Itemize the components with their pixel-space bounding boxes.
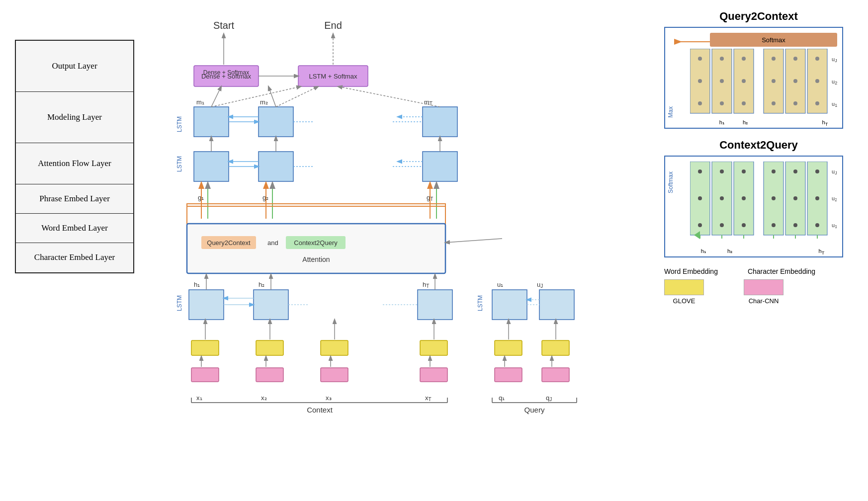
svg-line-28 <box>211 86 301 107</box>
svg-point-104 <box>772 79 776 83</box>
svg-point-97 <box>742 57 746 61</box>
end-label: End <box>324 20 342 31</box>
svg-point-101 <box>698 79 702 83</box>
xT-label: xT <box>425 394 432 402</box>
svg-rect-78 <box>542 340 569 355</box>
svg-point-136 <box>742 223 746 227</box>
query-label: Query <box>524 406 545 414</box>
x3-label: x₃ <box>326 394 332 402</box>
svg-text:Dense + Softmax: Dense + Softmax <box>201 73 252 80</box>
svg-rect-77 <box>495 340 522 355</box>
svg-point-112 <box>815 101 819 105</box>
svg-point-105 <box>793 79 797 83</box>
svg-text:u2: u2 <box>832 79 837 85</box>
svg-point-102 <box>720 79 724 83</box>
svg-rect-45 <box>254 290 288 320</box>
word-embed-title: Word Embedding <box>664 267 718 275</box>
svg-rect-44 <box>189 290 224 320</box>
legend: Word Embedding Character Embedding GLOVE… <box>664 267 853 305</box>
query-lstm-label: LSTM <box>477 295 484 311</box>
diagram-svg: Start End Dense + Softmax Dense + Softma… <box>144 10 582 492</box>
q2c-softmax: Softmax <box>710 33 837 47</box>
svg-rect-7 <box>259 107 293 137</box>
svg-rect-6 <box>194 107 229 137</box>
svg-line-26 <box>268 86 276 107</box>
phrase-embed-layer-label: Phrase Embed Layer <box>16 184 133 214</box>
svg-text:u1: u1 <box>832 101 837 108</box>
svg-line-43 <box>445 239 502 243</box>
svg-rect-60 <box>321 368 348 382</box>
glove-legend: GLOVE <box>664 279 704 305</box>
svg-rect-16 <box>423 152 457 181</box>
svg-point-135 <box>720 223 724 227</box>
svg-rect-59 <box>256 368 283 382</box>
main-diagram: Start End Dense + Softmax Dense + Softma… <box>144 10 582 492</box>
c2q-diagram: uJ u2 u1 Softmax h₁h₂hT <box>664 156 843 257</box>
svg-point-134 <box>698 223 702 227</box>
c2q-title: Context2Query <box>664 139 853 152</box>
svg-text:u1: u1 <box>832 222 837 229</box>
svg-rect-56 <box>321 340 348 355</box>
svg-point-98 <box>772 57 776 61</box>
q2c-h-labels: h₁h₂hT <box>710 119 837 127</box>
svg-point-132 <box>793 196 797 200</box>
context-label: Context <box>307 406 333 414</box>
svg-rect-14 <box>194 152 229 181</box>
svg-rect-15 <box>259 152 293 181</box>
character-embed-layer-label: Character Embed Layer <box>16 243 133 272</box>
start-label: Start <box>213 20 235 31</box>
svg-point-95 <box>698 57 702 61</box>
char-cnn-legend: Char-CNN <box>744 279 783 305</box>
svg-rect-46 <box>418 290 452 320</box>
context-lstm-label: LSTM <box>176 295 183 311</box>
svg-point-139 <box>815 223 819 227</box>
h2-label: h₂ <box>259 281 264 288</box>
svg-rect-58 <box>191 368 219 382</box>
glove-box <box>664 279 704 295</box>
qJ-label: qJ <box>546 394 552 402</box>
svg-point-129 <box>720 196 724 200</box>
svg-point-110 <box>772 101 776 105</box>
svg-line-27 <box>338 86 440 107</box>
c2q-attn-label: Context2Query <box>294 239 338 247</box>
svg-point-127 <box>815 169 819 173</box>
m1-label: m₁ <box>196 98 204 106</box>
svg-rect-74 <box>539 290 574 320</box>
svg-point-124 <box>742 169 746 173</box>
svg-point-130 <box>742 196 746 200</box>
attention-flow-layer-label: Attention Flow Layer <box>16 143 133 184</box>
word-embed-layer-label: Word Embed Layer <box>16 214 133 243</box>
svg-point-123 <box>720 169 724 173</box>
svg-rect-57 <box>420 340 447 355</box>
svg-point-125 <box>772 169 776 173</box>
svg-point-107 <box>698 101 702 105</box>
x2-label: x₂ <box>261 394 267 402</box>
q2c-title: Query2Context <box>664 10 853 23</box>
left-panel: Output Layer Modeling Layer Attention Fl… <box>15 40 134 273</box>
modeling-layer-label: Modeling Layer <box>16 92 133 143</box>
svg-rect-36 <box>187 204 445 206</box>
svg-rect-55 <box>256 340 283 355</box>
svg-point-109 <box>742 101 746 105</box>
q2c-attn-label: Query2Context <box>207 239 251 247</box>
svg-rect-61 <box>420 368 447 382</box>
max-label: Max <box>667 106 674 118</box>
x1-label: x₁ <box>196 394 202 402</box>
lstm-softmax-label: LSTM + Softmax <box>309 73 357 80</box>
right-panel: Query2Context Softmax <box>664 10 853 305</box>
svg-point-99 <box>793 57 797 61</box>
u1-label: u₁ <box>497 281 503 288</box>
svg-point-108 <box>720 101 724 105</box>
svg-text:u2: u2 <box>832 195 837 202</box>
hT-label: hT <box>423 281 429 289</box>
svg-line-29 <box>276 86 318 107</box>
svg-text:uJ: uJ <box>832 168 837 175</box>
svg-point-106 <box>815 79 819 83</box>
svg-text:uJ: uJ <box>832 56 837 63</box>
output-layer-label: Output Layer <box>16 41 133 92</box>
q1-label: q₁ <box>499 394 505 402</box>
svg-rect-73 <box>492 290 527 320</box>
svg-point-128 <box>698 196 702 200</box>
char-embed-title: Character Embedding <box>748 267 815 275</box>
svg-line-25 <box>211 86 221 107</box>
